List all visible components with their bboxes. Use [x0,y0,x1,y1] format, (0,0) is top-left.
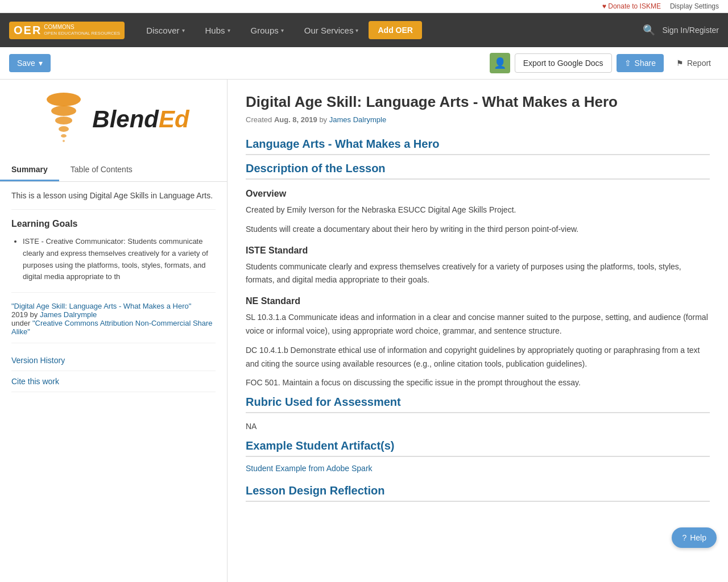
display-settings-link[interactable]: Display Settings [670,2,719,10]
top-bar: Donate to ISKME Display Settings [0,0,728,13]
discover-chevron-icon: ▾ [182,27,185,34]
logo-o: O [14,24,23,37]
ne-p1: SL 10.3.1.a Communicate ideas and inform… [246,311,710,338]
ne-p2: DC 10.4.1.b Demonstrate ethical use of i… [246,344,710,371]
user-icon: 👤 [494,57,506,69]
flag-icon: ⚑ [676,59,684,68]
sub-ne-standard: NE Standard [246,296,710,306]
help-button[interactable]: ? Help [672,527,717,548]
citation-year: 2019 [11,310,28,319]
overview-p1: Created by Emily Iverson for the Nebrask… [246,203,710,217]
student-example-link[interactable]: Student Example from Adobe Spark [246,464,373,473]
citation-block: "Digital Age Skill: Language Arts - What… [11,302,216,343]
nav-discover[interactable]: Discover ▾ [136,13,195,47]
citation-under: under [11,319,30,327]
save-chevron-icon: ▾ [39,59,43,68]
author-link[interactable]: James Dalrymple [329,115,386,124]
created-by: by [319,115,327,124]
rubric-p: NA [246,420,710,434]
learning-goals-list: ISTE - Creative Communicator: Students c… [11,236,216,293]
citation-by: by [30,310,38,319]
nav-hubs[interactable]: Hubs ▾ [195,13,241,47]
logo-box[interactable]: O E R COMMONS OPEN EDUCATIONAL RESOURCES [9,22,125,39]
section-rubric: Rubric Used for Assessment [246,396,710,413]
add-oer-button[interactable]: Add OER [369,21,421,39]
ed-text: Ed [159,106,189,132]
sidebar: BlendEd Summary Table of Contents This i… [0,80,228,582]
groups-chevron-icon: ▾ [281,27,284,34]
learning-goals-title: Learning Goals [11,219,216,229]
help-icon: ? [682,533,686,542]
blended-logo: BlendEd [0,80,227,159]
signin-link[interactable]: Sign In/Register [662,26,719,35]
overview-p2: Students will create a documentary about… [246,223,710,236]
citation-author-link[interactable]: James Dalrymple [40,310,97,319]
sub-overview: Overview [246,189,710,199]
created-label: Created [246,115,272,124]
services-chevron-icon: ▾ [355,27,358,34]
nav-right: 🔍 Sign In/Register [643,24,719,36]
share-icon: ⇧ [624,59,631,68]
logo-text: COMMONS OPEN EDUCATIONAL RESOURCES [44,24,120,36]
iste-p: Students communicate clearly and express… [246,260,710,288]
logo-r: R [32,24,40,37]
navbar-logo: O E R COMMONS OPEN EDUCATIONAL RESOURCES [9,22,125,39]
svg-point-3 [59,126,69,132]
share-button[interactable]: ⇧ Share [617,54,664,72]
export-google-docs-button[interactable]: Export to Google Docs [515,53,612,73]
section-lesson-design: Lesson Design Reflection [246,484,710,502]
page-title: Digital Age Skill: Language Arts - What … [246,93,710,111]
svg-point-0 [47,93,81,106]
main-content: Digital Age Skill: Language Arts - What … [228,80,728,582]
report-button[interactable]: ⚑ Report [668,54,719,72]
svg-point-2 [55,117,72,124]
action-right: 👤 Export to Google Docs ⇧ Share ⚑ Report [490,53,719,73]
cite-this-work-link[interactable]: Cite this work [11,371,216,392]
page-content: BlendEd Summary Table of Contents This i… [0,80,728,582]
sidebar-description: This is a lesson using Digital Age Skill… [11,191,216,210]
save-button[interactable]: Save ▾ [9,54,51,72]
citation-title-link[interactable]: "Digital Age Skill: Language Arts - What… [11,302,191,310]
tab-summary[interactable]: Summary [0,159,59,181]
action-bar: Save ▾ 👤 Export to Google Docs ⇧ Share ⚑… [0,47,728,80]
section-artifacts: Example Student Artifact(s) [246,439,710,457]
logo-e: E [24,24,31,37]
created-date: Aug. 8, 2019 [274,115,317,124]
nav-links: Discover ▾ Hubs ▾ Groups ▾ Our Services … [136,13,643,47]
ne-p3: FOC 501. Maintain a focus on discussing … [246,376,710,390]
list-item: ISTE - Creative Communicator: Students c… [23,236,216,283]
version-history-link[interactable]: Version History [11,350,216,371]
citation-license-link[interactable]: "Creative Commons Attribution Non-Commer… [11,319,213,336]
section-language-arts: Language Arts - What Makes a Hero [246,138,710,155]
content-meta: Created Aug. 8, 2019 by James Dalrymple [246,115,710,124]
section-description: Description of the Lesson [246,162,710,180]
search-button[interactable]: 🔍 [643,24,655,36]
hubs-chevron-icon: ▾ [228,27,230,34]
svg-point-4 [61,134,67,138]
tornado-icon [41,91,86,148]
svg-point-5 [63,140,65,142]
nav-groups[interactable]: Groups ▾ [241,13,294,47]
blend-text: BlendEd [92,107,189,131]
user-avatar-button[interactable]: 👤 [490,53,510,73]
svg-point-1 [51,106,76,116]
navbar: O E R COMMONS OPEN EDUCATIONAL RESOURCES… [0,13,728,47]
sidebar-tabs: Summary Table of Contents [0,159,227,182]
tab-table-of-contents[interactable]: Table of Contents [59,159,144,181]
donate-link[interactable]: Donate to ISKME [602,2,661,10]
nav-services[interactable]: Our Services ▾ [294,13,369,47]
sub-iste-standard: ISTE Standard [246,246,710,256]
sidebar-body: This is a lesson using Digital Age Skill… [0,182,227,401]
